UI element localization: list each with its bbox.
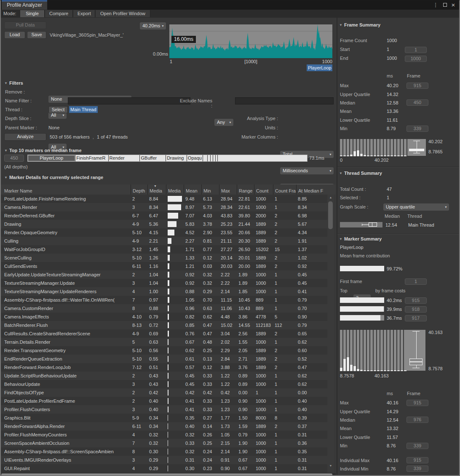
save-button[interactable]: Save — [27, 31, 46, 39]
table-row[interactable]: EndRenderQueueExtraction5-100.550.610.13… — [1, 355, 327, 363]
table-row[interactable]: CullSendEvents6-111.161.210.0320.0320.00… — [1, 262, 327, 270]
top10-segment[interactable]: FinishFrameR — [75, 155, 108, 161]
mode-button-open-profiler[interactable]: Open Profiler Window — [96, 10, 150, 17]
range-scale-dropdown[interactable]: 40.20ms▼ — [140, 22, 166, 29]
scrollbar-thumb[interactable] — [1, 473, 332, 476]
close-icon[interactable]: × — [450, 2, 457, 8]
top10-header[interactable]: ▼Top 10 markers on median frame — [4, 148, 82, 153]
table-row[interactable]: Drawing4-95.365.833.7825.2321.44188925.6… — [1, 220, 327, 228]
frame-link-button[interactable]: 915 — [407, 83, 428, 89]
frame-link-button[interactable]: 1 — [405, 278, 427, 285]
vertical-scrollbar[interactable]: ▲ ▼ — [327, 195, 334, 473]
thread-summary-header[interactable]: ▼Thread Summary — [339, 171, 382, 176]
table-row[interactable]: RenderDeferred.GBuffer6-76.477.074.0343.… — [1, 211, 327, 220]
table-row[interactable]: PostLateUpdate.FinishFrameRendering28.84… — [1, 195, 327, 203]
pull-data-button[interactable]: Pull Data — [4, 21, 46, 29]
frame-link-button[interactable]: 450 — [407, 99, 428, 106]
column-header-max[interactable]: Max — [219, 185, 237, 195]
table-row[interactable]: PostLateUpdate.ProfilerEndFrame20.400.41… — [1, 397, 327, 405]
table-row[interactable]: RenderForward.RenderLoopJob7-120.510.570… — [1, 363, 327, 372]
column-header-name[interactable]: Marker Name — [1, 185, 131, 195]
top10-segment[interactable] — [203, 155, 208, 161]
table-row[interactable]: Graphics.Blit5-90.340.350.271.771.508000… — [1, 414, 327, 422]
table-row[interactable]: WaitForJobGroupID3-121.451.710.7727.2726… — [1, 245, 327, 254]
scrollbar-thumb[interactable] — [328, 201, 333, 229]
frame-link-button[interactable]: 915 — [405, 297, 427, 304]
median-frame-button[interactable]: 450 — [4, 155, 24, 162]
table-row[interactable]: Render.TransparentGeometry5-100.560.620.… — [1, 346, 327, 355]
contribution-value: 99.72% — [387, 266, 402, 271]
thread-select-button[interactable]: Select — [48, 106, 68, 113]
column-header-depth[interactable]: Depth — [131, 185, 147, 195]
analyze-button[interactable]: Analyze — [4, 133, 46, 141]
kebab-menu-icon[interactable]: ⋮ — [432, 2, 439, 8]
table-row[interactable]: Profiler.FlushMemoryCounters40.320.320.2… — [1, 431, 327, 439]
frame-link-button[interactable]: 915 — [407, 400, 428, 406]
top10-segment[interactable]: Render — [109, 155, 140, 161]
column-header-count[interactable]: Count — [254, 185, 273, 195]
frame-link-button[interactable]: 915 — [407, 457, 428, 463]
top10-segment[interactable] — [208, 155, 211, 161]
table-row[interactable]: TextureStreamingManager.Update31.040.920… — [1, 279, 327, 287]
table-row[interactable]: Camera.CustomRender80.880.960.6311.0610.… — [1, 304, 327, 313]
frame-link-button[interactable]: 339 — [407, 465, 428, 472]
graph-scale-dropdown[interactable]: Upper quartile▼ — [383, 203, 449, 211]
table-row[interactable]: Profiler.FlushCounters30.400.410.331.230… — [1, 405, 327, 414]
top10-segment[interactable]: Opaqu — [187, 155, 203, 161]
units-dropdown[interactable]: Milliseconds▼ — [280, 167, 334, 174]
frame-link-button[interactable]: 1 — [405, 47, 427, 53]
frame-link-button[interactable]: 976 — [407, 417, 428, 423]
tab-profile-analyzer[interactable]: Profile Analyzer — [2, 0, 47, 10]
frame-link-button[interactable]: 339 — [407, 443, 428, 449]
table-row[interactable]: RenderForwardAlpha.Render6-110.340.400.1… — [1, 422, 327, 431]
table-row[interactable]: FindObjectsOfType20.420.420.420.420.0011… — [1, 388, 327, 397]
scroll-down-icon[interactable]: ▼ — [327, 464, 334, 467]
frame-link-button[interactable]: 339 — [407, 126, 428, 132]
table-row[interactable]: Culling4-92.212.270.8121.1120.30188921.9… — [1, 237, 327, 245]
mode-button-compare[interactable]: Compare — [45, 10, 73, 17]
column-header-count_frame[interactable]: Count Fra — [273, 185, 296, 195]
column-header-range[interactable]: Range — [237, 185, 254, 195]
table-row[interactable]: Terrain.Details.Render50.630.670.482.021… — [1, 338, 327, 346]
column-header-at_median[interactable]: At Median F — [296, 185, 327, 195]
scroll-up-icon[interactable]: ▲ — [327, 196, 334, 199]
column-header-median[interactable]: Media▼ — [147, 185, 166, 195]
horizontal-scrollbar[interactable] — [1, 473, 336, 476]
top10-segment[interactable]: GBuffer — [140, 155, 166, 161]
table-row[interactable]: SceneCulling5-101.261.330.1220.1420.0118… — [1, 254, 327, 262]
table-row[interactable]: Assembly-CSharp-firstpass.dll!::WaterTil… — [1, 296, 327, 304]
load-button[interactable]: Load — [4, 31, 25, 39]
table-row[interactable]: Camera.ImageEffects4-100.790.820.624.483… — [1, 313, 327, 321]
top10-segment[interactable]: PlayerLoop — [28, 155, 75, 161]
table-row[interactable]: Assembly-CSharp-firstpass.dll!::ScreenSp… — [1, 447, 327, 456]
table-row[interactable]: EarlyUpdate.UpdateTextureStreamingManage… — [1, 270, 327, 279]
top10-segment[interactable]: Drawing — [166, 155, 187, 161]
histogram-fill — [390, 155, 393, 156]
column-header-mean[interactable]: Mean — [184, 185, 201, 195]
name-filter-input[interactable] — [68, 97, 190, 104]
marker-summary-header[interactable]: ▼Marker Summary — [339, 236, 382, 241]
frame-link-button[interactable]: 917 — [405, 315, 427, 321]
table-row[interactable]: CullResults.CreateSharedRendererScene4-9… — [1, 329, 327, 338]
mode-button-export[interactable]: Export — [73, 10, 95, 17]
table-row[interactable]: TextureStreamingManager.UpdateRenderers4… — [1, 287, 327, 296]
table-row[interactable]: Camera.Render38.348.975.7328.3422.611000… — [1, 203, 327, 211]
frame-link-button[interactable]: 918 — [405, 306, 427, 313]
filters-header[interactable]: ▼Filters — [4, 80, 23, 86]
frame-summary-header[interactable]: ▼Frame Summary — [339, 22, 380, 27]
table-row[interactable]: ScreenSpaceAmbientOcclusion70.320.330.25… — [1, 439, 327, 447]
frame-link-button[interactable]: 1000 — [405, 56, 427, 62]
table-row[interactable]: Update.ScriptRunBehaviourUpdate20.430.45… — [1, 372, 327, 380]
frame-time-graph[interactable]: 16.00ms — [169, 24, 332, 58]
maximize-icon[interactable] — [441, 2, 448, 8]
table-row[interactable]: GUI.Repaint40.290.300.230.900.67100010.3… — [1, 464, 327, 473]
mode-button-single[interactable]: Single — [20, 10, 45, 17]
table-row[interactable]: Render.OpaqueGeometry5-104.154.522.9023.… — [1, 228, 327, 237]
table-row[interactable]: BehaviourUpdate30.430.450.331.220.891000… — [1, 380, 327, 388]
column-header-bar[interactable]: Media — [166, 185, 184, 195]
table-row[interactable]: UIEvents.IMGUIRenderOverlays30.290.310.2… — [1, 456, 327, 464]
table-row[interactable]: BatchRenderer.Flush8-130.720.850.4715.02… — [1, 321, 327, 329]
column-header-min[interactable]: Min — [201, 185, 219, 195]
marker-details-header[interactable]: ▼Marker Details for currently selected r… — [4, 175, 103, 180]
exclude-names-input[interactable] — [235, 97, 334, 104]
